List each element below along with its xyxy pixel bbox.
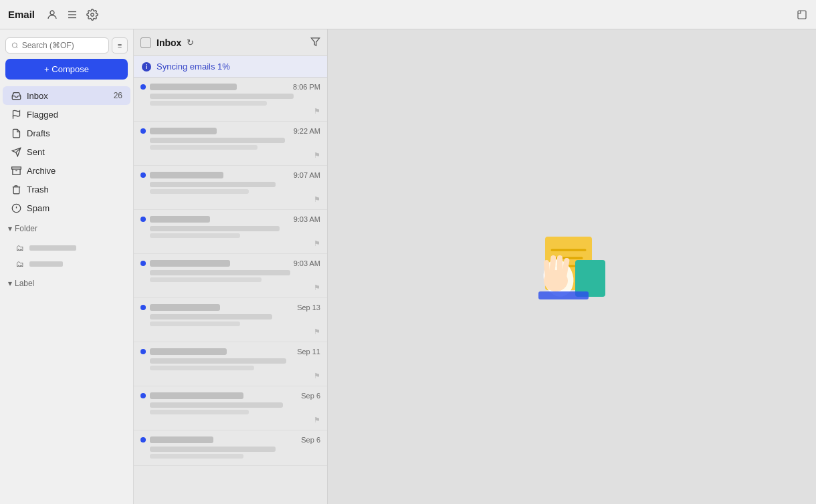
email-time: 9:03 AM bbox=[294, 259, 320, 267]
email-list-panel: Inbox ↻ i Syncing emails 1% 8:06 PM bbox=[134, 29, 328, 504]
sender-bar bbox=[150, 392, 243, 399]
unread-indicator bbox=[140, 172, 146, 178]
refresh-icon[interactable]: ↻ bbox=[187, 37, 194, 47]
flag-icon[interactable]: ⚑ bbox=[314, 416, 320, 424]
email-list-title: Inbox bbox=[157, 37, 181, 48]
flag-icon[interactable]: ⚑ bbox=[314, 328, 320, 336]
sidebar-item-inbox[interactable]: Inbox 26 bbox=[3, 86, 130, 105]
search-icon bbox=[11, 41, 19, 49]
preview-bar bbox=[150, 322, 240, 326]
svg-point-0 bbox=[50, 11, 54, 15]
inbox-label: Inbox bbox=[27, 91, 108, 101]
svg-point-4 bbox=[91, 13, 94, 16]
window-controls bbox=[796, 9, 808, 21]
folder-chevron: ▾ bbox=[8, 224, 12, 233]
folder-item-2[interactable]: 🗂 bbox=[0, 256, 133, 272]
email-item[interactable]: 9:03 AM ⚑ bbox=[134, 254, 327, 298]
preview-bar bbox=[150, 454, 243, 459]
trash-icon bbox=[11, 184, 21, 195]
label-section[interactable]: ▾ Label bbox=[8, 276, 125, 291]
folder-icon-1: 🗂 bbox=[16, 243, 24, 253]
label-chevron: ▾ bbox=[8, 279, 12, 288]
email-item[interactable]: Sep 13 ⚑ bbox=[134, 298, 327, 342]
sender-bar bbox=[150, 260, 230, 267]
flag-icon[interactable]: ⚑ bbox=[314, 195, 320, 204]
list-icon[interactable] bbox=[66, 8, 79, 21]
archive-icon bbox=[11, 165, 21, 176]
subject-bar bbox=[150, 138, 285, 143]
email-time: Sep 13 bbox=[297, 303, 320, 311]
email-item[interactable]: 9:07 AM ⚑ bbox=[134, 166, 327, 210]
sidebar-item-trash[interactable]: Trash bbox=[3, 180, 130, 199]
email-time: 9:22 AM bbox=[294, 127, 320, 135]
email-item[interactable]: 8:06 PM ⚑ bbox=[134, 78, 327, 122]
folder-item-1[interactable]: 🗂 bbox=[0, 240, 133, 256]
contacts-icon[interactable] bbox=[45, 8, 59, 21]
unread-indicator bbox=[140, 261, 146, 266]
sidebar-item-sent[interactable]: Sent bbox=[3, 142, 130, 161]
folder-name-bar-1 bbox=[29, 245, 76, 251]
filter-button[interactable]: ≡ bbox=[112, 37, 128, 53]
flag-icon[interactable]: ⚑ bbox=[314, 239, 320, 248]
flag-icon bbox=[11, 109, 21, 120]
email-item[interactable]: Sep 6 bbox=[134, 430, 327, 466]
sync-banner: i Syncing emails 1% bbox=[134, 56, 327, 78]
preview-bar bbox=[150, 410, 249, 414]
flag-icon[interactable]: ⚑ bbox=[314, 151, 320, 160]
preview-bar bbox=[150, 189, 249, 194]
email-item[interactable]: Sep 11 ⚑ bbox=[134, 342, 327, 386]
email-time: Sep 11 bbox=[297, 348, 320, 356]
drafts-icon bbox=[11, 128, 21, 138]
folder-section-label: Folder bbox=[15, 224, 37, 233]
flag-icon[interactable]: ⚑ bbox=[314, 372, 320, 380]
preview-bar bbox=[150, 366, 254, 370]
email-time: 9:07 AM bbox=[294, 171, 320, 179]
app-title: Email bbox=[8, 9, 35, 20]
preview-bar bbox=[150, 145, 258, 150]
sender-bar bbox=[150, 128, 217, 134]
email-item[interactable]: Sep 6 ⚑ bbox=[134, 386, 327, 430]
subject-bar bbox=[150, 94, 294, 99]
svg-point-6 bbox=[12, 43, 17, 47]
settings-icon[interactable] bbox=[86, 8, 99, 21]
compose-button[interactable]: + Compose bbox=[5, 59, 128, 80]
svg-marker-16 bbox=[311, 37, 320, 45]
preview-bar bbox=[150, 101, 267, 106]
folder-name-bar-2 bbox=[29, 261, 63, 267]
unread-indicator bbox=[140, 349, 146, 354]
compose-label: + Compose bbox=[44, 64, 89, 74]
folder-section[interactable]: ▾ Folder bbox=[8, 221, 125, 236]
trash-label: Trash bbox=[27, 184, 122, 195]
main-layout: ≡ + Compose Inbox 26 Flagged Drafts bbox=[0, 29, 816, 504]
sidebar-item-drafts[interactable]: Drafts bbox=[3, 124, 130, 142]
flag-icon[interactable]: ⚑ bbox=[314, 283, 320, 292]
window-resize-icon[interactable] bbox=[796, 9, 808, 21]
subject-bar bbox=[150, 402, 283, 408]
preview-bar bbox=[150, 277, 262, 282]
flag-icon[interactable]: ⚑ bbox=[314, 107, 320, 116]
subject-bar bbox=[150, 447, 276, 452]
subject-bar bbox=[150, 314, 272, 320]
sender-bar bbox=[150, 436, 213, 443]
email-item[interactable]: 9:03 AM ⚑ bbox=[134, 210, 327, 254]
sent-icon bbox=[11, 146, 21, 157]
inbox-badge: 26 bbox=[114, 91, 122, 100]
sidebar-item-flagged[interactable]: Flagged bbox=[3, 105, 130, 124]
svg-rect-11 bbox=[11, 166, 21, 168]
svg-point-27 bbox=[544, 270, 568, 291]
svg-rect-5 bbox=[798, 11, 806, 19]
search-input-wrap[interactable] bbox=[5, 37, 109, 53]
filter-list-icon[interactable] bbox=[310, 37, 320, 49]
email-item[interactable]: 9:22 AM ⚑ bbox=[134, 122, 327, 166]
select-all-checkbox[interactable] bbox=[140, 37, 151, 48]
search-input[interactable] bbox=[22, 41, 103, 50]
email-time: Sep 6 bbox=[301, 436, 320, 444]
empty-state-illustration bbox=[532, 230, 612, 303]
sidebar-item-spam[interactable]: Spam bbox=[3, 199, 130, 217]
sender-bar bbox=[150, 172, 223, 178]
app-header: Email bbox=[0, 0, 816, 29]
subject-bar bbox=[150, 226, 280, 231]
email-time: 9:03 AM bbox=[294, 215, 320, 223]
sidebar-item-archive[interactable]: Archive bbox=[3, 161, 130, 180]
filter-icon: ≡ bbox=[118, 41, 122, 49]
